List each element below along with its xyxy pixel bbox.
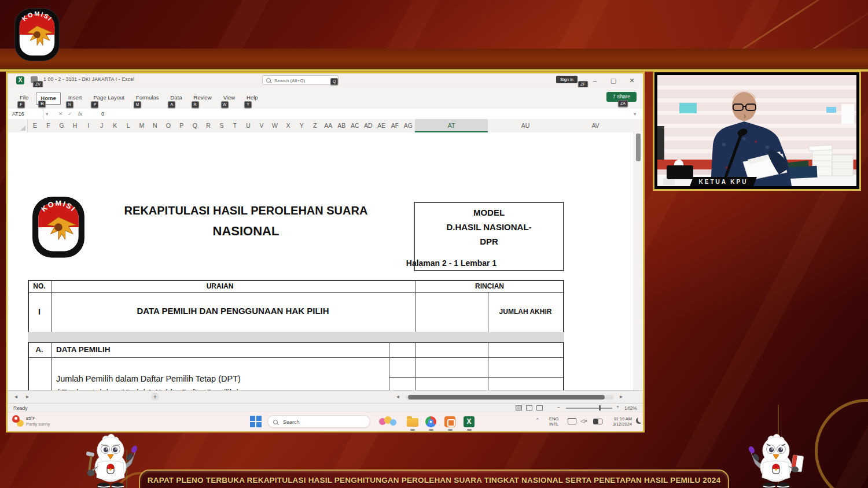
column-header-L[interactable]: L xyxy=(122,119,135,132)
mascot-left xyxy=(74,432,147,488)
column-header-AT[interactable]: AT xyxy=(415,119,488,132)
column-header-Z[interactable]: Z xyxy=(308,119,322,132)
column-header-AU[interactable]: AU xyxy=(488,119,563,132)
column-header-K[interactable]: K xyxy=(108,119,122,132)
search-box[interactable]: Search (Alt+Q) xyxy=(262,75,339,85)
column-header-Y[interactable]: Y xyxy=(295,119,308,132)
formula-bar: AT16 ▾ ✕ ✓ fx 0 ▾ xyxy=(8,109,643,120)
chrome-icon[interactable] xyxy=(425,416,437,428)
ribbon-tab-help[interactable]: HelpY xyxy=(242,93,262,105)
formula-value[interactable]: 0 xyxy=(101,109,104,119)
column-header-G[interactable]: G xyxy=(55,119,68,132)
zoom-in-icon[interactable]: + xyxy=(616,404,619,410)
search-icon xyxy=(266,78,271,83)
formulabar-expand-icon[interactable]: ▾ xyxy=(634,109,637,119)
model-line1: MODEL xyxy=(414,208,564,217)
column-header-AC[interactable]: AC xyxy=(348,119,362,132)
cancel-icon[interactable]: ✕ xyxy=(58,109,63,119)
select-all-corner[interactable] xyxy=(8,119,28,132)
new-sheet-button[interactable]: + xyxy=(151,393,159,401)
keytip-badge: P xyxy=(91,101,98,108)
column-header-N[interactable]: N xyxy=(148,119,161,132)
network-icon[interactable] xyxy=(568,418,576,424)
column-header-F[interactable]: F xyxy=(42,119,55,132)
column-header-AE[interactable]: AE xyxy=(375,119,388,132)
halaman-label: Halaman 2 - 1 Lembar 1 xyxy=(378,258,525,268)
keytip-badge: Y xyxy=(244,101,252,108)
weather-icon[interactable] xyxy=(12,415,24,427)
zoom-out-icon[interactable]: − xyxy=(557,404,560,410)
column-header-W[interactable]: W xyxy=(269,119,282,132)
weather-temp[interactable]: 85°F xyxy=(26,416,35,422)
view-page-break-icon[interactable] xyxy=(536,405,543,411)
weather-desc[interactable]: Partly sunny xyxy=(26,422,50,427)
speaker-icon[interactable]: ◁× xyxy=(580,418,587,424)
column-header-AF[interactable]: AF xyxy=(388,119,402,132)
column-header-E[interactable]: E xyxy=(28,119,42,132)
tray-chevron-icon[interactable]: ⌃ xyxy=(535,417,540,423)
column-header-S[interactable]: S xyxy=(215,119,228,132)
video-scene: KETUA KPU xyxy=(657,75,856,186)
ribbon-tab-formulas[interactable]: FormulasM xyxy=(132,93,163,105)
column-header-AA[interactable]: AA xyxy=(322,119,335,132)
excel-taskbar-icon[interactable] xyxy=(464,416,476,428)
zoom-level[interactable]: 142% xyxy=(624,405,637,411)
sign-in-button[interactable]: Sign in xyxy=(556,76,578,83)
hscroll-left-icon[interactable]: ◂ xyxy=(396,393,399,400)
view-normal-icon[interactable] xyxy=(516,405,522,411)
column-header-V[interactable]: V xyxy=(255,119,269,132)
sheet-nav-right-icon[interactable]: ▸ xyxy=(26,393,29,400)
ribbon-tab-review[interactable]: ReviewR xyxy=(190,93,216,105)
column-header-I[interactable]: I xyxy=(82,119,95,132)
namebox-dropdown-icon[interactable]: ▾ xyxy=(46,109,49,119)
battery-icon[interactable] xyxy=(593,419,602,424)
column-header-O[interactable]: O xyxy=(161,119,175,132)
horizontal-scrollbar[interactable] xyxy=(406,395,614,400)
column-header-AB[interactable]: AB xyxy=(335,119,348,132)
clock[interactable]: 11:19 AM3/12/2024 xyxy=(606,417,632,427)
fx-icon[interactable]: fx xyxy=(78,109,82,119)
vertical-scrollbar-thumb[interactable] xyxy=(636,134,641,161)
taskbar-search[interactable]: Search xyxy=(267,415,370,428)
notification-moon-icon[interactable] xyxy=(636,417,642,424)
name-box[interactable]: AT16 xyxy=(8,109,43,119)
column-header-P[interactable]: P xyxy=(175,119,188,132)
column-header-AV[interactable]: AV xyxy=(563,119,628,132)
column-header-M[interactable]: M xyxy=(135,119,148,132)
close-button[interactable]: ✕ xyxy=(623,73,641,87)
column-header-R[interactable]: R xyxy=(201,119,215,132)
language-indicator[interactable]: ENGINTL xyxy=(549,417,558,427)
view-page-layout-icon[interactable] xyxy=(526,405,532,411)
ribbon-tab-view[interactable]: ViewW xyxy=(219,93,239,105)
column-header-J[interactable]: J xyxy=(95,119,108,132)
sheet-nav-left-icon[interactable]: ◂ xyxy=(14,393,17,400)
minimize-button[interactable]: – xyxy=(586,73,604,87)
ribbon-tab-label: Help xyxy=(247,94,258,101)
ribbon-tab-page-layout[interactable]: Page LayoutP xyxy=(89,93,128,105)
column-header-H[interactable]: H xyxy=(68,119,82,132)
file-explorer-icon[interactable] xyxy=(407,416,419,428)
ribbon-tab-file[interactable]: FileF xyxy=(16,93,32,105)
column-header-Q[interactable]: Q xyxy=(188,119,201,132)
column-header-U[interactable]: U xyxy=(242,119,255,132)
powerpoint-icon[interactable] xyxy=(444,416,457,428)
column-header-T[interactable]: T xyxy=(228,119,241,132)
vertical-scrollbar[interactable] xyxy=(634,132,642,390)
zoom-slider[interactable] xyxy=(566,408,612,409)
zoom-slider-thumb[interactable] xyxy=(599,405,601,411)
hscroll-right-icon[interactable]: ▸ xyxy=(620,393,623,400)
maximize-button[interactable]: ▢ xyxy=(605,73,622,87)
column-header-AD[interactable]: AD xyxy=(362,119,375,132)
enter-icon[interactable]: ✓ xyxy=(68,109,72,119)
ribbon-tab-data[interactable]: DataA xyxy=(166,93,186,105)
start-button[interactable] xyxy=(250,416,262,428)
horizontal-scrollbar-thumb[interactable] xyxy=(408,395,605,400)
ribbon-tab-insert[interactable]: InsertN xyxy=(64,93,86,105)
column-header-AG[interactable]: AG xyxy=(402,119,415,132)
ribbon-tab-home[interactable]: HomeH xyxy=(36,93,60,105)
dpt-line1: Jumlah Pemilih dalam Daftar Pemilih Teta… xyxy=(56,374,241,383)
keytip-badge: F xyxy=(17,101,25,108)
widgets-icon[interactable] xyxy=(379,416,399,428)
column-header-X[interactable]: X xyxy=(282,119,295,132)
sheet-grid[interactable]: KOMISI PEMILIHAN UMUM REKAPITULASI HASIL… xyxy=(8,132,643,390)
